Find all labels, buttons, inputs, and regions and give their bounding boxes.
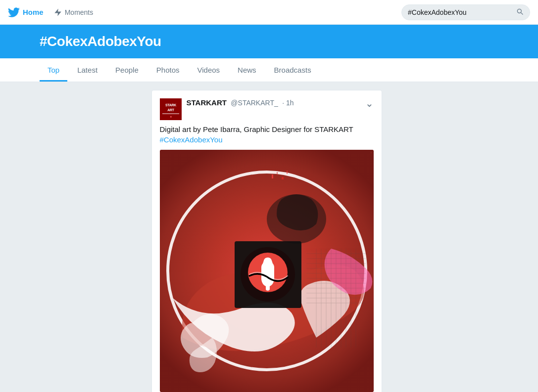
- tab-news[interactable]: News: [230, 59, 264, 82]
- tab-latest[interactable]: Latest: [69, 59, 105, 82]
- hashtag-header: #CokexAdobexYou: [0, 25, 538, 58]
- svg-rect-41: [277, 172, 278, 175]
- tweet-hashtag[interactable]: #CokexAdobexYou: [160, 135, 223, 144]
- tweet-card: STARKART STARK ART ★ STARKART @STARKART_…: [151, 90, 382, 392]
- tab-videos[interactable]: Videos: [189, 59, 228, 82]
- svg-rect-40: [272, 174, 273, 178]
- svg-text:ART: ART: [167, 108, 175, 112]
- svg-rect-42: [282, 177, 284, 179]
- search-input[interactable]: [408, 8, 516, 16]
- right-sidebar: [388, 90, 537, 392]
- tweet-handle[interactable]: @STARKART_: [231, 99, 278, 107]
- moments-link[interactable]: Moments: [53, 8, 94, 17]
- tweet-text: Digital art by Pete Ibarra, Graphic Desi…: [160, 124, 374, 145]
- twitter-bird-icon: [8, 7, 20, 17]
- search-button[interactable]: [516, 7, 524, 17]
- svg-rect-14: [371, 152, 372, 153]
- tweet-username[interactable]: STARKART: [187, 98, 227, 107]
- avatar: STARKART STARK ART ★: [160, 98, 182, 120]
- tab-photos[interactable]: Photos: [148, 59, 188, 82]
- tweet-more-button[interactable]: ⌄: [365, 98, 374, 108]
- main-layout: STARKART STARK ART ★ STARKART @STARKART_…: [2, 82, 537, 392]
- hashtag-title: #CokexAdobexYou: [40, 34, 498, 49]
- tweet-body: Digital art by Pete Ibarra, Graphic Desi…: [160, 125, 353, 133]
- tweet-header: STARKART STARK ART ★ STARKART @STARKART_…: [160, 98, 374, 120]
- svg-rect-43: [287, 171, 288, 174]
- tabs-bar: Top Latest People Photos Videos News Bro…: [0, 58, 538, 82]
- home-label: Home: [23, 8, 44, 16]
- starkart-logo: STARK ART ★: [160, 98, 182, 120]
- tweet-user-info: STARKART @STARKART_ · 1h: [187, 98, 365, 107]
- search-bar: [401, 4, 530, 20]
- tab-people[interactable]: People: [107, 59, 147, 82]
- search-icon: [516, 7, 524, 15]
- tab-broadcasts[interactable]: Broadcasts: [266, 59, 319, 82]
- digital-art-svg: [160, 150, 374, 392]
- center-feed: STARKART STARK ART ★ STARKART @STARKART_…: [146, 90, 388, 392]
- moments-label: Moments: [65, 8, 94, 16]
- svg-text:STARK: STARK: [165, 103, 176, 107]
- tab-top[interactable]: Top: [40, 59, 67, 82]
- tweet-image-inner: [160, 150, 374, 392]
- tweet-time: · 1h: [282, 99, 293, 107]
- left-sidebar: [2, 90, 146, 392]
- twitter-home-link[interactable]: Home: [8, 7, 44, 17]
- moments-icon: [53, 8, 62, 17]
- tweet-image[interactable]: [160, 150, 374, 392]
- top-navigation: Home Moments: [0, 0, 538, 25]
